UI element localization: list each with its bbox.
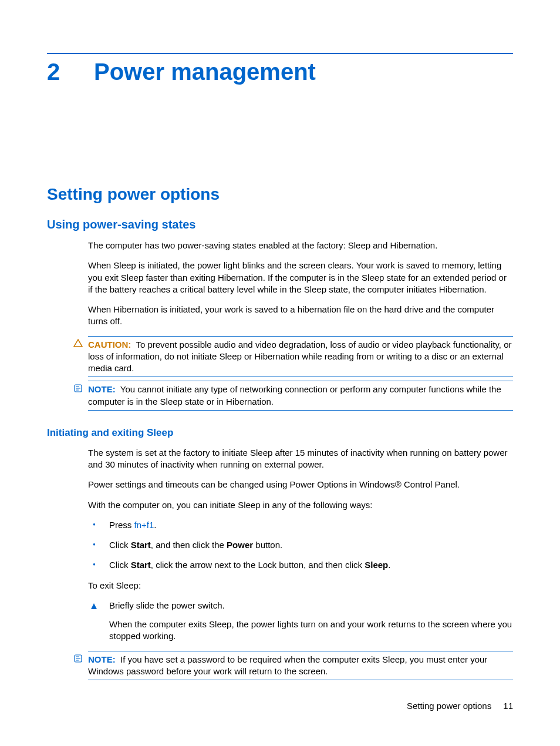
page-footer: Setting power options 11: [407, 701, 513, 711]
paragraph: The computer has two power-saving states…: [88, 240, 513, 251]
step-marker-icon: [90, 601, 97, 613]
svg-marker-2: [91, 603, 97, 609]
note-label: NOTE:: [88, 384, 116, 394]
note-callout: NOTE: You cannot initiate any type of ne…: [88, 381, 513, 411]
paragraph: The system is set at the factory to init…: [88, 447, 513, 471]
paragraph: When Sleep is initiated, the power light…: [88, 260, 513, 295]
step-item: Briefly slide the power switch. When the…: [88, 600, 513, 643]
paragraph: To exit Sleep:: [88, 580, 513, 592]
caution-label: CAUTION:: [88, 340, 131, 350]
list-item: Click Start, click the arrow next to the…: [88, 559, 513, 571]
subsection-heading: Using power-saving states: [47, 218, 513, 231]
paragraph: With the computer on, you can initiate S…: [88, 499, 513, 511]
chapter-number: 2: [47, 59, 94, 85]
body-block: The system is set at the factory to init…: [88, 447, 513, 643]
caution-body: To prevent possible audio and video degr…: [88, 340, 512, 374]
footer-section: Setting power options: [407, 701, 491, 711]
note-icon: [72, 384, 85, 395]
body-block: The computer has two power-saving states…: [88, 240, 513, 328]
note-callout: NOTE: If you have set a password to be r…: [88, 651, 513, 681]
page-number: 11: [503, 701, 513, 711]
section-heading: Setting power options: [47, 185, 513, 204]
paragraph: When Hibernation is initiated, your work…: [88, 304, 513, 328]
note-body: You cannot initiate any type of networki…: [88, 384, 501, 406]
note-body: If you have set a password to be require…: [88, 654, 487, 676]
chapter-rule: [47, 53, 513, 54]
step-text: Briefly slide the power switch.: [109, 600, 225, 610]
subsubsection-heading: Initiating and exiting Sleep: [47, 427, 513, 439]
chapter-title: Power management: [94, 59, 316, 85]
caution-callout: CAUTION: To prevent possible audio and v…: [88, 336, 513, 378]
chapter-heading: 2 Power management: [47, 59, 513, 85]
note-label: NOTE:: [88, 654, 116, 664]
note-text: NOTE: If you have set a password to be r…: [88, 654, 513, 678]
list-item: Press fn+f1.: [88, 519, 513, 531]
caution-icon: [72, 339, 85, 350]
list-item: Click Start, and then click the Power bu…: [88, 539, 513, 551]
key-link[interactable]: fn+f1: [134, 520, 154, 530]
caution-text: CAUTION: To prevent possible audio and v…: [88, 339, 513, 375]
bullet-list: Press fn+f1. Click Start, and then click…: [88, 519, 513, 572]
step-list: Briefly slide the power switch. When the…: [88, 600, 513, 643]
note-text: NOTE: You cannot initiate any type of ne…: [88, 384, 513, 408]
step-sub-paragraph: When the computer exits Sleep, the power…: [109, 619, 513, 643]
document-page: 2 Power management Setting power options…: [0, 0, 560, 746]
svg-marker-0: [74, 340, 82, 347]
paragraph: Power settings and timeouts can be chang…: [88, 479, 513, 490]
note-icon: [72, 654, 85, 666]
